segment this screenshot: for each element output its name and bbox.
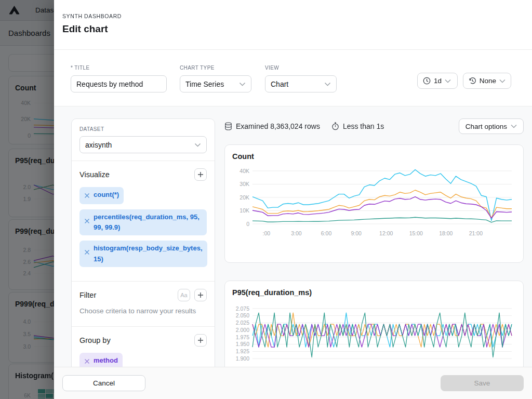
- svg-text:2.050: 2.050: [236, 312, 249, 318]
- results-column: Examined 8,363,024 rows Less than 1s Cha…: [224, 107, 524, 367]
- chevron-down-icon: [445, 79, 451, 83]
- chart-options-button[interactable]: Chart options: [459, 118, 524, 134]
- group-by-label: Group by: [79, 336, 111, 344]
- plus-icon: [197, 171, 204, 178]
- chip-label: count(*): [94, 190, 119, 200]
- chip-label: histogram(resp_body_size_bytes, 15): [94, 243, 203, 264]
- filter-hint: Choose criteria to narrow your results: [79, 307, 207, 315]
- svg-text:12:00: 12:00: [379, 230, 393, 236]
- add-visualization-button[interactable]: [194, 168, 207, 181]
- svg-text:1.900: 1.900: [236, 355, 249, 362]
- history-clock-icon: [469, 77, 476, 85]
- chart-options-label: Chart options: [466, 123, 507, 130]
- svg-text:21:00: 21:00: [469, 230, 483, 236]
- title-input[interactable]: Requests by method: [71, 75, 167, 92]
- title-field-label: * TITLE: [71, 65, 90, 71]
- edit-chart-modal: SYNTH DASHBOARD Edit chart * TITLE Reque…: [54, 0, 532, 399]
- query-builder-panel: DATASET axisynth Visualize count(*): [71, 118, 215, 367]
- query-duration-text: Less than 1s: [343, 122, 384, 130]
- dataset-label: DATASET: [79, 126, 207, 132]
- chip-label: percentiles(req_duration_ms, 95, 99, 99.…: [94, 212, 202, 233]
- compare-against-button[interactable]: None: [463, 73, 511, 89]
- p95-chart-card: P95(req_duration_ms) 2.0752.0502.0252.00…: [224, 281, 524, 367]
- group-by-section: Group by method: [72, 327, 215, 367]
- visualize-section: Visualize count(*) percentiles(req_durat…: [72, 161, 215, 282]
- svg-text:2.025: 2.025: [236, 320, 249, 326]
- count-chart-card: Count 010K20K30K40K:003:006:009:0012:001…: [224, 144, 524, 263]
- svg-text:2.000: 2.000: [236, 327, 249, 333]
- chevron-down-icon: [194, 143, 201, 147]
- p95-time-series-chart[interactable]: 2.0752.0502.0252.0001.9751.9501.9251.900: [231, 301, 517, 365]
- cancel-button[interactable]: Cancel: [62, 375, 145, 391]
- svg-text:3:00: 3:00: [291, 230, 302, 236]
- filter-label: Filter: [79, 291, 96, 299]
- rows-examined-text: Examined 8,363,024 rows: [236, 122, 320, 130]
- svg-text::00: :00: [263, 230, 271, 236]
- case-sensitivity-button[interactable]: Aa: [178, 289, 190, 301]
- add-filter-button[interactable]: [194, 289, 207, 301]
- chart-type-select[interactable]: Time Series: [180, 75, 251, 92]
- remove-icon[interactable]: [84, 217, 90, 227]
- svg-text:0: 0: [246, 221, 249, 227]
- modal-header: SYNTH DASHBOARD Edit chart: [54, 0, 532, 50]
- visualization-chip-histogram[interactable]: histogram(resp_body_size_bytes, 15): [79, 241, 207, 267]
- chevron-down-icon: [499, 79, 506, 83]
- stopwatch-icon: [331, 122, 339, 130]
- visualization-chip-percentiles[interactable]: percentiles(req_duration_ms, 95, 99, 99.…: [79, 209, 207, 235]
- dataset-section: DATASET axisynth: [72, 119, 215, 161]
- svg-text:9:00: 9:00: [351, 230, 362, 236]
- chevron-down-icon: [239, 82, 246, 86]
- chart-title: Count: [232, 152, 517, 161]
- remove-icon[interactable]: [84, 191, 90, 202]
- chart-settings-form: * TITLE Requests by method CHART TYPE Ti…: [54, 50, 532, 107]
- count-time-series-chart[interactable]: 010K20K30K40K:003:006:009:0012:0015:0018…: [231, 165, 517, 241]
- rows-examined-stat: Examined 8,363,024 rows: [224, 122, 320, 130]
- group-by-chip-method[interactable]: method: [79, 353, 123, 367]
- svg-text:15:00: 15:00: [409, 230, 423, 236]
- add-group-by-button[interactable]: [194, 334, 207, 347]
- dataset-select[interactable]: axisynth: [79, 136, 207, 153]
- chevron-down-icon: [324, 82, 331, 86]
- svg-text:6:00: 6:00: [321, 230, 332, 236]
- chart-type-label: CHART TYPE: [180, 65, 215, 71]
- view-select[interactable]: Chart: [265, 75, 337, 92]
- svg-text:40K: 40K: [240, 168, 249, 174]
- modal-content: DATASET axisynth Visualize count(*): [54, 107, 532, 367]
- query-stats-row: Examined 8,363,024 rows Less than 1s Cha…: [224, 118, 524, 134]
- view-label: VIEW: [265, 65, 279, 71]
- remove-icon[interactable]: [84, 357, 90, 367]
- chart-type-value: Time Series: [185, 80, 224, 88]
- modal-title: Edit chart: [62, 23, 108, 35]
- plus-icon: [197, 292, 204, 298]
- svg-text:2.075: 2.075: [236, 305, 249, 312]
- chart-title: P95(req_duration_ms): [232, 288, 517, 297]
- svg-text:10K: 10K: [240, 207, 249, 214]
- time-range-button[interactable]: 1d: [417, 73, 458, 89]
- view-value: Chart: [271, 80, 288, 88]
- svg-text:1.975: 1.975: [236, 334, 249, 340]
- dataset-value: axisynth: [85, 141, 112, 149]
- database-icon: [224, 122, 232, 130]
- svg-text:1.925: 1.925: [236, 348, 249, 354]
- plus-icon: [197, 337, 204, 343]
- chevron-down-icon: [511, 124, 517, 128]
- clock-icon: [423, 77, 431, 85]
- save-button[interactable]: Save: [441, 375, 524, 391]
- title-input-value: Requests by method: [76, 80, 143, 88]
- remove-icon[interactable]: [84, 248, 90, 258]
- query-duration-stat: Less than 1s: [331, 122, 384, 130]
- visualize-label: Visualize: [79, 170, 110, 179]
- svg-text:30K: 30K: [240, 181, 249, 187]
- time-range-value: 1d: [434, 77, 442, 85]
- modal-footer: Cancel Save: [54, 367, 532, 399]
- svg-text:20K: 20K: [240, 194, 249, 201]
- visualization-chip-count[interactable]: count(*): [79, 187, 124, 204]
- svg-text:1.950: 1.950: [236, 341, 249, 347]
- compare-value: None: [480, 77, 496, 85]
- svg-text:18:00: 18:00: [439, 230, 453, 236]
- filter-section: Filter Aa Choose criteria to narrow your…: [72, 282, 215, 327]
- chip-label: method: [94, 355, 118, 366]
- dashboard-name-label: SYNTH DASHBOARD: [62, 13, 122, 19]
